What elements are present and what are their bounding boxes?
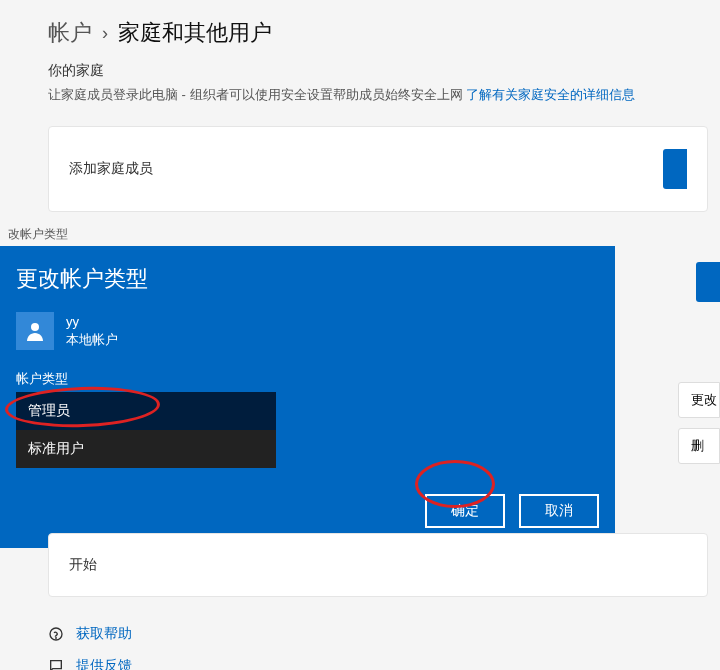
- ok-button[interactable]: 确定: [425, 494, 505, 528]
- account-type-option-standard[interactable]: 标准用户: [16, 430, 276, 468]
- family-section-desc: 让家庭成员登录此电脑 - 组织者可以使用安全设置帮助成员始终安全上网 了解有关家…: [48, 86, 720, 104]
- user-avatar-icon: [16, 312, 54, 350]
- help-icon: [48, 626, 64, 642]
- user-name: yy: [66, 313, 118, 331]
- breadcrumb-parent[interactable]: 帐户: [48, 18, 92, 48]
- svg-point-2: [56, 638, 57, 639]
- user-account-type: 本地帐户: [66, 331, 118, 349]
- add-family-member-card[interactable]: 添加家庭成员: [48, 126, 708, 212]
- family-section-title: 你的家庭: [48, 62, 720, 80]
- chevron-right-icon: ›: [102, 23, 108, 44]
- change-account-type-button[interactable]: 更改: [678, 382, 720, 418]
- modal-heading: 更改帐户类型: [16, 264, 599, 294]
- add-family-member-label: 添加家庭成员: [69, 160, 153, 178]
- svg-point-0: [31, 323, 39, 331]
- modal-titlebar: 改帐户类型: [0, 223, 615, 246]
- breadcrumb: 帐户 › 家庭和其他用户: [48, 18, 720, 48]
- account-type-dropdown[interactable]: 管理员 标准用户: [16, 392, 276, 468]
- kiosk-start-card[interactable]: 开始: [48, 533, 708, 597]
- feedback-link[interactable]: 提供反馈: [48, 657, 708, 670]
- account-type-option-admin[interactable]: 管理员: [16, 392, 276, 430]
- feedback-icon: [48, 658, 64, 670]
- get-help-link[interactable]: 获取帮助: [48, 625, 708, 643]
- page-title: 家庭和其他用户: [118, 18, 272, 48]
- account-type-label: 帐户类型: [16, 370, 599, 388]
- family-safety-link[interactable]: 了解有关家庭安全的详细信息: [466, 87, 635, 102]
- change-account-type-modal: 更改帐户类型 yy 本地帐户 帐户类型 管理员 标准用户 确定 取消: [0, 246, 615, 548]
- cancel-button[interactable]: 取消: [519, 494, 599, 528]
- add-family-member-button[interactable]: [663, 149, 687, 189]
- delete-account-button[interactable]: 删: [678, 428, 720, 464]
- add-other-user-button[interactable]: [696, 262, 720, 302]
